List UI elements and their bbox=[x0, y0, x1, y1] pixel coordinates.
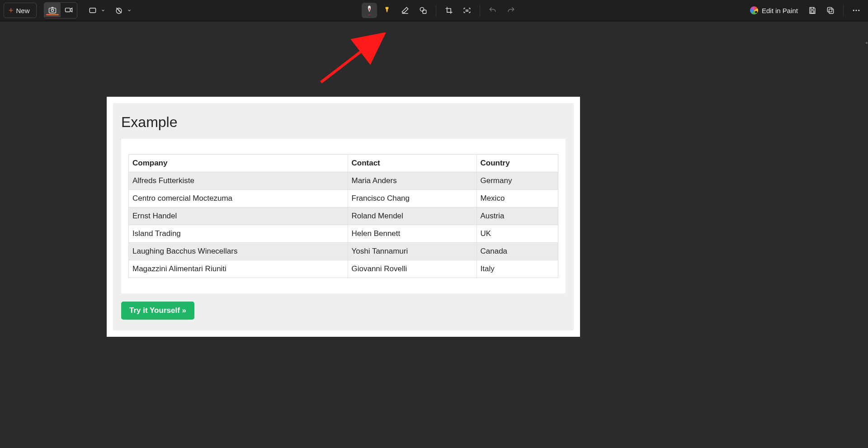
cell-country: Italy bbox=[476, 260, 558, 278]
svg-rect-3 bbox=[90, 8, 95, 13]
cell-company: Centro comercial Moctezuma bbox=[129, 190, 348, 207]
undo-icon bbox=[488, 6, 497, 15]
snip-shape-dropdown[interactable] bbox=[85, 3, 109, 18]
cell-contact: Maria Anders bbox=[348, 172, 476, 190]
cell-contact: Roland Mendel bbox=[348, 207, 476, 225]
example-card: Example Company Contact Country bbox=[113, 103, 574, 330]
text-extract-button[interactable] bbox=[459, 3, 475, 18]
save-button[interactable] bbox=[804, 3, 821, 18]
try-it-yourself-label: Try it Yourself » bbox=[129, 306, 186, 315]
crop-button[interactable] bbox=[441, 3, 457, 18]
crop-icon bbox=[444, 6, 453, 15]
svg-rect-9 bbox=[827, 7, 832, 12]
cell-contact: Helen Bennett bbox=[348, 225, 476, 243]
cell-contact: Yoshi Tannamuri bbox=[348, 243, 476, 260]
annotation-arrow-icon bbox=[316, 33, 393, 87]
canvas-area[interactable]: Example Company Contact Country bbox=[0, 21, 868, 448]
new-button[interactable]: + New bbox=[4, 3, 37, 18]
more-button[interactable] bbox=[848, 3, 864, 18]
col-contact: Contact bbox=[348, 155, 476, 172]
edit-in-paint-label: Edit in Paint bbox=[762, 7, 798, 14]
shapes-icon bbox=[419, 6, 428, 15]
col-company: Company bbox=[129, 155, 348, 172]
chevron-down-icon bbox=[127, 8, 132, 13]
example-table-wrap: Company Contact Country Alfreds Futterki… bbox=[121, 139, 566, 293]
toolbar-divider bbox=[436, 5, 436, 16]
svg-point-12 bbox=[858, 10, 859, 11]
table-row: Centro comercial Moctezuma Francisco Cha… bbox=[129, 190, 558, 207]
record-mode-button[interactable] bbox=[61, 3, 77, 17]
table-row: Ernst Handel Roland Mendel Austria bbox=[129, 207, 558, 225]
cell-country: Germany bbox=[476, 172, 558, 190]
toolbar-divider bbox=[480, 5, 480, 16]
cell-company: Alfreds Futterkiste bbox=[129, 172, 348, 190]
cell-country: Austria bbox=[476, 207, 558, 225]
pen-icon bbox=[365, 5, 373, 13]
table-row: Laughing Bacchus Winecellars Yoshi Tanna… bbox=[129, 243, 558, 260]
cell-company: Laughing Bacchus Winecellars bbox=[129, 243, 348, 260]
capture-mode-segment bbox=[44, 2, 77, 19]
example-title: Example bbox=[121, 114, 566, 131]
table-row: Magazzini Alimentari Riuniti Giovanni Ro… bbox=[129, 260, 558, 278]
col-country: Country bbox=[476, 155, 558, 172]
table-header-row: Company Contact Country bbox=[129, 155, 558, 172]
chevron-down-icon bbox=[101, 8, 105, 13]
try-it-yourself-button[interactable]: Try it Yourself » bbox=[121, 302, 194, 320]
cell-country: UK bbox=[476, 225, 558, 243]
delay-dropdown[interactable] bbox=[111, 3, 135, 18]
cell-company: Magazzini Alimentari Riuniti bbox=[129, 260, 348, 278]
more-icon bbox=[852, 6, 861, 15]
svg-rect-2 bbox=[65, 8, 70, 12]
cell-country: Mexico bbox=[476, 190, 558, 207]
svg-point-1 bbox=[51, 9, 53, 11]
pen-red-button[interactable] bbox=[362, 3, 377, 18]
scrollbar-hint bbox=[866, 42, 868, 44]
svg-point-10 bbox=[853, 10, 854, 11]
chevron-down-icon bbox=[367, 13, 372, 17]
toolbar-divider bbox=[843, 5, 844, 16]
shapes-button[interactable] bbox=[415, 3, 431, 18]
edit-in-paint-button[interactable]: Edit in Paint bbox=[745, 3, 802, 18]
example-table: Company Contact Country Alfreds Futterki… bbox=[128, 154, 558, 278]
paint-palette-icon bbox=[750, 6, 758, 14]
cell-company: Ernst Handel bbox=[129, 207, 348, 225]
highlighter-icon bbox=[382, 6, 392, 15]
redo-icon bbox=[506, 6, 515, 15]
svg-point-5 bbox=[420, 7, 424, 11]
svg-point-11 bbox=[856, 10, 857, 11]
redo-button[interactable] bbox=[503, 3, 519, 18]
screenshot-content: Example Company Contact Country bbox=[107, 97, 580, 337]
new-button-label: New bbox=[16, 7, 30, 14]
undo-button[interactable] bbox=[485, 3, 501, 18]
eraser-button[interactable] bbox=[397, 3, 413, 18]
eraser-icon bbox=[401, 6, 410, 15]
svg-line-13 bbox=[321, 37, 380, 82]
cell-company: Island Trading bbox=[129, 225, 348, 243]
copy-icon bbox=[826, 6, 835, 15]
screenshot-mode-button[interactable] bbox=[44, 3, 61, 17]
table-row: Alfreds Futterkiste Maria Anders Germany bbox=[129, 172, 558, 190]
highlighter-button[interactable] bbox=[379, 3, 395, 18]
cell-contact: Giovanni Rovelli bbox=[348, 260, 476, 278]
app-toolbar: + New bbox=[0, 0, 868, 21]
cell-contact: Francisco Chang bbox=[348, 190, 476, 207]
table-row: Island Trading Helen Bennett UK bbox=[129, 225, 558, 243]
cell-country: Canada bbox=[476, 243, 558, 260]
svg-rect-8 bbox=[829, 9, 834, 14]
copy-button[interactable] bbox=[822, 3, 839, 18]
svg-rect-7 bbox=[811, 11, 814, 13]
plus-icon: + bbox=[9, 6, 14, 14]
text-extract-icon bbox=[462, 6, 472, 15]
active-underline-icon bbox=[46, 14, 59, 15]
save-icon bbox=[808, 6, 817, 15]
